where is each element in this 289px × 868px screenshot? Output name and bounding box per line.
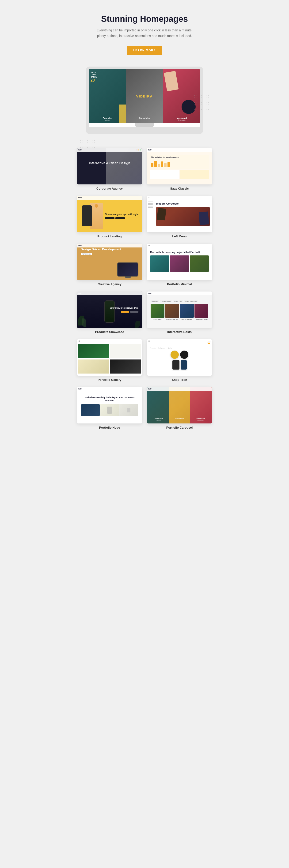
laptop-stand xyxy=(135,123,154,127)
pc-label-3: Marstrand Showcase xyxy=(191,417,210,421)
ps-leaf3 xyxy=(135,321,140,328)
card-top-bar-lm: ☰ xyxy=(147,196,212,200)
preview-card-creative-agency[interactable]: tally Design Driven Development READ MOR… xyxy=(77,244,142,280)
tally-logo-ps: tally xyxy=(78,292,82,294)
preview-card-saas-classic[interactable]: tally · · · · · · The solution for your … xyxy=(147,148,212,184)
grid-item-saas-classic: tally · · · · · · The solution for your … xyxy=(147,148,212,190)
st-nav-5: Quality xyxy=(168,347,172,349)
card-top-bar-pc: tally xyxy=(147,387,212,391)
grid-item-products-showcase: tally Your busy life doserves this. xyxy=(77,291,142,334)
pg-cell-1 xyxy=(78,344,109,358)
crea-btn: READ MORE xyxy=(81,253,92,255)
pm-img-3 xyxy=(190,255,209,272)
ip-tag-4: London Townhouse xyxy=(184,300,198,302)
ip-img-2 xyxy=(165,304,179,318)
preview-card-shop-tech[interactable]: ⊙ · · · · Products · Background · Qualit… xyxy=(147,339,212,376)
grid-item-portfolio-gallery: ⊙ Portfolio xyxy=(77,339,142,381)
pg-cell-2 xyxy=(110,344,141,358)
learn-more-button[interactable]: LEARN MORE xyxy=(127,46,162,55)
pl-phone xyxy=(82,205,92,226)
ip-bottom-2: Museum in the Sky xyxy=(165,319,179,320)
preview-card-portfolio-carousel[interactable]: tally Ronneby Motion Stockholm xyxy=(147,387,212,424)
preview-label-portfolio-huge: Portfolio Huge xyxy=(99,426,120,429)
lm-sidebar-item4 xyxy=(148,206,153,207)
panel-sublabel-marstrand: Showcase xyxy=(165,119,198,121)
hero-laptop-container: WEEKTEARCANAL 23 Ronneby Motion VIDEIRA … xyxy=(77,67,212,134)
pm-images xyxy=(150,255,209,272)
lm-sidebar-item1 xyxy=(148,202,153,202)
nav-lm: ☰ xyxy=(148,197,149,198)
saas-content: The solution for your business. xyxy=(150,155,209,182)
panel-label-marstrand: Marstrand xyxy=(165,117,198,119)
ip-bottom-1: Victoria Hogan xyxy=(151,319,164,320)
pg-cell-3 xyxy=(78,360,109,374)
preview-label-portfolio-carousel: Portfolio Carousel xyxy=(166,426,193,429)
preview-label-product-landing: Product Landing xyxy=(97,235,121,238)
laptop-frame: WEEKTEARCANAL 23 Ronneby Motion VIDEIRA … xyxy=(86,67,203,134)
tally-logo-pc: tally xyxy=(148,388,151,390)
pm-img-1 xyxy=(150,255,169,272)
card-top-bar-ps: tally xyxy=(77,291,142,295)
ip-bottom-3: Minimal Radiator xyxy=(180,319,194,320)
ph-content: We believe creativity is the key to your… xyxy=(80,396,139,416)
grid-item-interactive-posts: tally Chronicles Philippa Howes Turning … xyxy=(147,291,212,334)
ip-names-bottom: Victoria Hogan Museum in the Sky Minimal… xyxy=(151,319,208,320)
crea-text-block: Design Driven Development READ MORE xyxy=(81,247,121,256)
preview-card-products-showcase[interactable]: tally Your busy life doserves this. xyxy=(77,291,142,328)
st-content: Products · Background · Quality xyxy=(149,346,210,371)
lm-sidebar-item2 xyxy=(148,203,153,204)
ph-images xyxy=(81,404,138,416)
pg-logo: ⊙ xyxy=(78,340,80,342)
bar3 xyxy=(157,164,160,167)
bar6 xyxy=(168,162,170,167)
pm-content: Meet with the amazing projects that I've… xyxy=(150,251,209,277)
ip-img-row xyxy=(151,304,208,318)
tally-logo: tally xyxy=(78,149,82,151)
st-nav-row: Products · Background · Quality xyxy=(150,347,209,349)
preview-card-portfolio-huge[interactable]: tally We believe creativity is the key t… xyxy=(77,387,142,424)
ip-tag-2: Philippa Howes xyxy=(160,300,171,302)
ca-text-block: Interactive & Clean Design · · · · · · ·… xyxy=(89,161,131,171)
nav-items-saas: · · · · · · xyxy=(206,149,211,151)
ps-text: Your busy life doserves this. xyxy=(110,307,138,313)
preview-card-left-menu[interactable]: ☰ Modern Corporate xyxy=(147,196,212,232)
homepage-grid: tally Interactive & Clean Design · · · ·… xyxy=(77,148,212,429)
dot-yellow xyxy=(138,150,139,150)
lm-headline: Modern Corporate xyxy=(156,202,210,205)
bar2 xyxy=(154,161,157,167)
st-logo: ⊙ xyxy=(148,340,150,342)
card-top-bar: tally xyxy=(77,148,142,152)
lm-sidebar xyxy=(147,200,154,232)
ip-bottom-4: Madmack O Banks xyxy=(195,319,208,320)
card-top-bar-pm: ⊙ xyxy=(147,244,212,247)
st-product-phone1 xyxy=(172,360,179,370)
crea-laptop xyxy=(117,262,138,278)
laptop-panel-stockholm: VIDEIRA Stockholm xyxy=(126,69,163,123)
preview-card-portfolio-gallery[interactable]: ⊙ xyxy=(77,339,142,376)
tally-logo-ip: tally xyxy=(148,292,151,294)
st-nav: · · · · xyxy=(208,341,211,342)
ip-img-4 xyxy=(195,304,208,318)
pm-img-2 xyxy=(170,255,189,272)
section-title: Stunning Homepages xyxy=(101,14,188,24)
lm-main: Modern Corporate xyxy=(154,200,212,232)
ps-btn2 xyxy=(130,311,138,313)
grid-item-portfolio-huge: tally We believe creativity is the key t… xyxy=(77,387,142,429)
ph-title: We believe creativity is the key to your… xyxy=(81,396,138,402)
preview-label-portfolio-minimal: Portfolio Minimal xyxy=(167,282,192,286)
preview-label-interactive-posts: Interactive Posts xyxy=(167,330,192,334)
grid-item-corporate-agency: tally Interactive & Clean Design · · · ·… xyxy=(77,148,142,190)
preview-card-product-landing[interactable]: tally Showcase your app with style. xyxy=(77,196,142,232)
grid-item-portfolio-minimal: ⊙ Meet with the amazing projects that I'… xyxy=(147,244,212,286)
lm-image xyxy=(156,207,210,226)
st-nav-1: Products xyxy=(150,347,156,349)
grid-item-portfolio-carousel: tally Ronneby Motion Stockholm xyxy=(147,387,212,429)
laptop-screen: WEEKTEARCANAL 23 Ronneby Motion VIDEIRA … xyxy=(89,69,200,123)
preview-card-interactive-posts[interactable]: tally Chronicles Philippa Howes Turning … xyxy=(147,291,212,328)
preview-card-corporate-agency[interactable]: tally Interactive & Clean Design · · · ·… xyxy=(77,148,142,184)
ip-tag-3: Turning Point xyxy=(173,300,183,302)
preview-card-portfolio-minimal[interactable]: ⊙ Meet with the amazing projects that I'… xyxy=(147,244,212,280)
page-wrapper: Stunning Homepages Everything can be imp… xyxy=(72,0,217,453)
ip-tag-1: Chronicles xyxy=(151,300,159,302)
st-products-row1 xyxy=(150,350,209,359)
